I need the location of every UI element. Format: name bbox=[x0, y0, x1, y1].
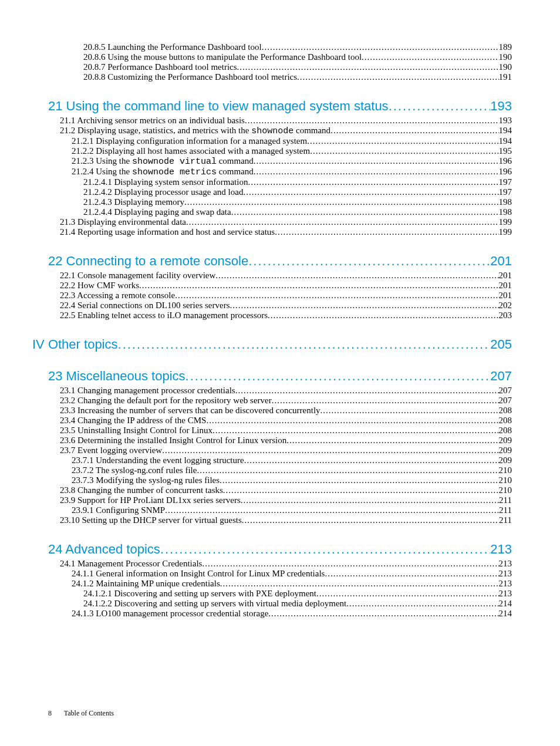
toc-page-number: 213 bbox=[490, 542, 512, 557]
toc-entry-text: 21.2.4.3 Displaying memory bbox=[83, 197, 184, 207]
toc-dots bbox=[242, 515, 499, 525]
toc-entry[interactable]: 20.8.7 Performance Dashboard tool metric… bbox=[83, 62, 512, 72]
toc-entry[interactable]: 20.8.8 Customizing the Performance Dashb… bbox=[83, 72, 512, 82]
toc-page-number: 201 bbox=[499, 281, 512, 291]
toc-dots bbox=[389, 99, 491, 114]
toc-entry-text: 21.2.4.1 Displaying system sensor inform… bbox=[83, 177, 248, 187]
toc-page-number: 211 bbox=[499, 505, 512, 515]
toc-chapter[interactable]: 21 Using the command line to view manage… bbox=[48, 99, 512, 114]
toc-chapter[interactable]: 22 Connecting to a remote console201 bbox=[48, 254, 512, 269]
toc-entry[interactable]: 22.3 Accessing a remote console201 bbox=[60, 291, 512, 301]
toc-entry-text: 21.4 Reporting usage information and hos… bbox=[60, 227, 275, 237]
toc-entry[interactable]: 21.2 Displaying usage, statistics, and m… bbox=[60, 126, 512, 136]
toc-entry[interactable]: 23.6 Determining the installed Insight C… bbox=[60, 436, 512, 445]
toc-dots bbox=[206, 416, 498, 426]
toc-entry-text: 23.1 Changing management processor crede… bbox=[60, 386, 235, 396]
toc-entry[interactable]: 23.1 Changing management processor crede… bbox=[60, 386, 512, 396]
toc-entry-text: 23.7.2 The syslog-ng.conf rules file bbox=[72, 465, 197, 475]
toc-entry[interactable]: 24.1.1 General information on Insight Co… bbox=[72, 569, 512, 579]
toc-entry[interactable]: 23.10 Setting up the DHCP server for vir… bbox=[60, 515, 512, 525]
toc-page-number: 202 bbox=[499, 301, 512, 310]
toc-entry-text: 23 Miscellaneous topics bbox=[48, 369, 185, 384]
toc-dots bbox=[231, 207, 499, 217]
toc-entry[interactable]: 22.4 Serial connections on DL100 series … bbox=[60, 301, 512, 310]
toc-page-number: 207 bbox=[499, 396, 512, 406]
toc-entry-text: 23.3 Increasing the number of servers th… bbox=[60, 406, 321, 416]
toc-entry[interactable]: 21.2.3 Using the shownode virtual comman… bbox=[72, 156, 512, 167]
toc-part[interactable]: IV Other topics205 bbox=[32, 337, 512, 352]
toc-entry[interactable]: 23.3 Increasing the number of servers th… bbox=[60, 406, 512, 416]
toc-dots bbox=[330, 126, 498, 136]
toc-entry[interactable]: 21.2.4.3 Displaying memory198 bbox=[83, 197, 512, 207]
toc-page-number: 208 bbox=[499, 416, 512, 426]
page-footer: 8 Table of Contents bbox=[48, 709, 114, 718]
toc-chapter[interactable]: 24 Advanced topics213 bbox=[48, 542, 512, 557]
toc-entry[interactable]: 21.2.4.4 Displaying paging and swap data… bbox=[83, 207, 512, 217]
toc-entry[interactable]: 23.7.2 The syslog-ng.conf rules file210 bbox=[72, 465, 512, 475]
toc-entry[interactable]: 21.1 Archiving sensor metrics on an indi… bbox=[60, 116, 512, 126]
toc-entry[interactable]: 23.7.1 Understanding the event logging s… bbox=[72, 455, 512, 465]
toc-page-number: 208 bbox=[499, 426, 512, 436]
toc-entry[interactable]: 23.7 Event logging overview209 bbox=[60, 445, 512, 455]
toc-entry-text: 23.5 Uninstalling Insight Control for Li… bbox=[60, 426, 212, 436]
toc-entry[interactable]: 24.1.2.1 Discovering and setting up serv… bbox=[83, 589, 512, 599]
toc-entry[interactable]: 20.8.5 Launching the Performance Dashboa… bbox=[83, 42, 512, 52]
toc-entry[interactable]: 23.8 Changing the number of concurrent t… bbox=[60, 485, 512, 495]
toc-page-number: 211 bbox=[499, 495, 512, 505]
toc-entry-text: 21.2.4.2 Displaying processor usage and … bbox=[83, 187, 243, 197]
toc-dots bbox=[202, 559, 498, 569]
toc-entry[interactable]: 21.4 Reporting usage information and hos… bbox=[60, 227, 512, 237]
toc-dots bbox=[307, 136, 498, 146]
toc-dots bbox=[244, 455, 499, 465]
toc-entry[interactable]: 24.1.2 Maintaining MP unique credentials… bbox=[72, 579, 512, 589]
footer-page-number: 8 bbox=[48, 709, 52, 718]
toc-dots bbox=[118, 337, 491, 352]
footer-label: Table of Contents bbox=[64, 709, 114, 717]
toc-entry[interactable]: 23.2 Changing the default port for the r… bbox=[60, 396, 512, 406]
toc-entry[interactable]: 21.2.2 Displaying all host hames associa… bbox=[72, 146, 512, 156]
toc-page-number: 199 bbox=[499, 227, 512, 237]
toc-entry[interactable]: 22.2 How CMF works201 bbox=[60, 281, 512, 291]
toc-entry[interactable]: 23.5 Uninstalling Insight Control for Li… bbox=[60, 426, 512, 436]
toc-page-number: 198 bbox=[499, 197, 512, 207]
toc-entry-text: 21.2 Displaying usage, statistics, and m… bbox=[60, 126, 330, 136]
toc-chapter[interactable]: 23 Miscellaneous topics207 bbox=[48, 369, 512, 384]
toc-entry-text: 22.3 Accessing a remote console bbox=[60, 291, 175, 301]
toc-entry[interactable]: 21.3 Displaying environmental data199 bbox=[60, 217, 512, 227]
toc-entry[interactable]: 21.2.4 Using the shownode metrics comman… bbox=[72, 167, 512, 177]
toc-entry[interactable]: 21.2.1 Displaying configuration informat… bbox=[72, 136, 512, 146]
toc-entry-text: 23.7.1 Understanding the event logging s… bbox=[72, 455, 244, 465]
toc-entry-text: 21.3 Displaying environmental data bbox=[60, 217, 186, 227]
toc-entry[interactable]: 21.2.4.1 Displaying system sensor inform… bbox=[83, 177, 512, 187]
toc-page-number: 209 bbox=[499, 436, 512, 445]
toc-entry[interactable]: 23.4 Changing the IP address of the CMS … bbox=[60, 416, 512, 426]
toc-dots bbox=[139, 281, 498, 291]
toc-entry[interactable]: 22.1 Console management facility overvie… bbox=[60, 271, 512, 281]
toc-entry-text: 23.8 Changing the number of concurrent t… bbox=[60, 485, 223, 495]
toc-page-number: 193 bbox=[499, 116, 512, 126]
toc-dots bbox=[268, 609, 498, 619]
toc-entry[interactable]: 23.9 Support for HP ProLiant DL1xx serie… bbox=[60, 495, 512, 505]
toc-entry[interactable]: 20.8.6 Using the mouse buttons to manipu… bbox=[83, 52, 512, 62]
toc-dots bbox=[346, 599, 498, 609]
toc-dots bbox=[165, 505, 499, 515]
toc-entry[interactable]: 22.5 Enabling telnet access to iLO manag… bbox=[60, 310, 512, 320]
toc-entry-text: 24.1.2 Maintaining MP unique credentials bbox=[72, 579, 220, 589]
toc-dots bbox=[184, 197, 498, 207]
toc-entry[interactable]: 21.2.4.2 Displaying processor usage and … bbox=[83, 187, 512, 197]
toc-page-number: 191 bbox=[499, 72, 512, 82]
toc-entry[interactable]: 23.7.3 Modifying the syslog-ng rules fil… bbox=[72, 475, 512, 485]
toc-entry-text: 23.10 Setting up the DHCP server for vir… bbox=[60, 515, 242, 525]
toc-entry[interactable]: 24.1 Management Processor Credentials213 bbox=[60, 559, 512, 569]
toc-page-number: 210 bbox=[499, 485, 512, 495]
toc-dots bbox=[254, 167, 499, 177]
toc-page-number: 197 bbox=[499, 187, 512, 197]
toc-page-number: 190 bbox=[499, 62, 512, 72]
toc-entry[interactable]: 24.1.2.2 Discovering and setting up serv… bbox=[83, 599, 512, 609]
toc-dots bbox=[215, 271, 498, 281]
toc-entry[interactable]: 23.9.1 Configuring SNMP211 bbox=[72, 505, 512, 515]
toc-page-number: 196 bbox=[499, 167, 512, 177]
toc-page-number: 196 bbox=[499, 156, 512, 166]
toc-entry[interactable]: 24.1.3 LO100 management processor creden… bbox=[72, 609, 512, 619]
toc-dots bbox=[268, 310, 498, 320]
